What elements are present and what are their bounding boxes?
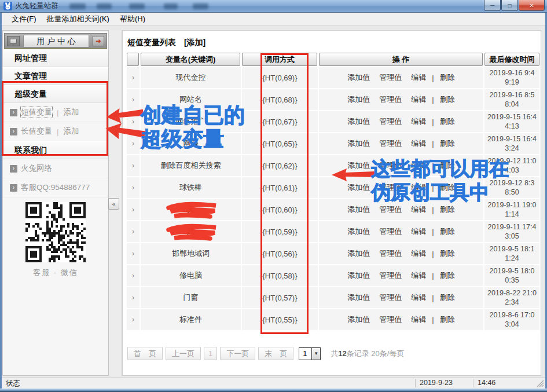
operation-link[interactable]: 添加值: [347, 270, 370, 281]
operation-link[interactable]: 删除: [440, 248, 455, 259]
row-expander-icon[interactable]: ›: [127, 265, 141, 286]
date-line: 1:14: [505, 210, 519, 219]
operations-cell: 添加值管理值编辑|删除: [319, 67, 484, 88]
operation-link[interactable]: 删除: [440, 72, 455, 83]
row-expander-icon[interactable]: ›: [127, 221, 141, 242]
qr-code-block: 客服 - 微信: [3, 202, 108, 278]
collapse-sidebar-icon[interactable]: «: [108, 198, 119, 210]
operation-separator: |: [432, 206, 434, 214]
prev-page-button[interactable]: 上一页: [166, 347, 201, 360]
operation-link[interactable]: 删除: [440, 226, 455, 237]
row-expander-icon[interactable]: ›: [127, 67, 141, 88]
sidebar-splitter[interactable]: «: [109, 30, 122, 376]
pagination-bar: 首 页 上一页 1 下一页 末 页 1 ▼ 共12条记录 20条/每页: [127, 347, 404, 360]
operation-link[interactable]: 编辑: [411, 292, 426, 303]
variable-name-cell: 删除百度相关搜索: [141, 155, 242, 176]
operation-link[interactable]: 编辑: [411, 204, 426, 215]
operation-link[interactable]: 添加值: [347, 292, 370, 303]
annotation-line: 创建自已的: [141, 103, 245, 127]
operation-link[interactable]: 编辑: [411, 116, 426, 127]
operation-link[interactable]: 管理值: [379, 314, 402, 325]
operation-link[interactable]: 管理值: [379, 226, 402, 237]
statusbar-date: 2019-9-23: [420, 379, 453, 387]
operation-link[interactable]: 编辑: [411, 94, 426, 105]
column-header[interactable]: 操 作: [319, 53, 483, 66]
menu-item[interactable]: 批量添加相关词(K): [42, 13, 115, 25]
row-expander-icon[interactable]: ›: [127, 309, 141, 330]
resize-grip-icon[interactable]: [537, 380, 544, 387]
add-variable-link[interactable]: [添加]: [184, 38, 205, 47]
row-expander-icon[interactable]: ›: [127, 287, 141, 308]
operation-link[interactable]: 添加值: [347, 182, 370, 193]
minimize-button[interactable]: ─: [484, 0, 501, 11]
operation-link[interactable]: 添加值: [347, 314, 370, 325]
operation-link[interactable]: 添加值: [347, 72, 370, 83]
operation-link[interactable]: 添加值: [347, 248, 370, 259]
column-header[interactable]: 最后修改时间: [484, 53, 539, 66]
operations-cell: 添加值管理值编辑|删除: [319, 243, 484, 264]
menu-item[interactable]: 帮助(H): [115, 13, 150, 25]
operation-link[interactable]: 管理值: [379, 270, 402, 281]
row-expander-icon[interactable]: ›: [127, 177, 141, 198]
operation-link[interactable]: 删除: [440, 204, 455, 215]
operation-link[interactable]: 删除: [440, 116, 455, 127]
page-select-dropdown[interactable]: 1 ▼: [299, 347, 321, 360]
maximize-button[interactable]: □: [501, 0, 518, 11]
date-line: 2019-9-5 18:0: [490, 266, 535, 276]
operation-link[interactable]: 添加值: [347, 226, 370, 237]
first-page-button[interactable]: 首 页: [127, 347, 163, 360]
panel-toggle-icon[interactable]: [7, 36, 20, 46]
operation-link[interactable]: 编辑: [411, 270, 426, 281]
operation-link[interactable]: 删除: [440, 292, 455, 303]
operation-separator: |: [432, 118, 434, 126]
operation-link[interactable]: 删除: [440, 94, 455, 105]
operation-link[interactable]: 管理值: [379, 138, 402, 149]
date-line: 1:24: [505, 254, 519, 263]
current-page-button[interactable]: 1: [204, 347, 217, 360]
date-line: 3:24: [505, 144, 519, 153]
column-header[interactable]: 变量名(关键词): [141, 53, 240, 66]
redacted-title-text: [69, 3, 86, 9]
operation-link[interactable]: 管理值: [379, 204, 402, 215]
next-page-button[interactable]: 下一页: [220, 347, 255, 360]
table-row: ›现代金控{HT(0,69)}添加值管理值编辑|删除2019-9-16 9:49…: [127, 67, 539, 89]
window-title: 火兔轻量站群: [15, 1, 58, 11]
operation-link[interactable]: 添加值: [347, 138, 370, 149]
column-header[interactable]: [127, 53, 139, 66]
row-expander-icon[interactable]: ›: [127, 155, 141, 176]
operation-link[interactable]: 删除: [440, 138, 455, 149]
operation-link[interactable]: 添加值: [347, 204, 370, 215]
operation-link[interactable]: 编辑: [411, 138, 426, 149]
sidebar-section-header[interactable]: 网址管理: [3, 49, 108, 67]
menu-item[interactable]: 文件(F): [6, 13, 42, 25]
close-button[interactable]: ✕: [519, 0, 545, 11]
operation-link[interactable]: 编辑: [411, 248, 426, 259]
operation-link[interactable]: 管理值: [379, 248, 402, 259]
operation-link[interactable]: 删除: [440, 314, 455, 325]
row-expander-icon[interactable]: ›: [127, 199, 141, 220]
operation-separator: |: [432, 294, 434, 302]
sidebar-link[interactable]: ›火兔网络: [3, 159, 108, 178]
operation-link[interactable]: 管理值: [379, 292, 402, 303]
last-modified-cell: 2019-9-15 16:44:13: [484, 111, 539, 132]
variable-name-cell: 修电脑: [141, 265, 242, 286]
sidebar-link[interactable]: ›客服QQ:954886777: [3, 178, 108, 197]
user-center-button[interactable]: 用 户 中 心: [23, 35, 89, 47]
operation-link[interactable]: 编辑: [411, 72, 426, 83]
records-count: 12: [338, 349, 346, 358]
operation-link[interactable]: 添加值: [347, 116, 370, 127]
variable-name-cell: 武: [141, 221, 242, 242]
red-scribble-redaction: [163, 223, 221, 241]
operation-link[interactable]: 添加值: [347, 94, 370, 105]
operation-link[interactable]: 管理值: [379, 94, 402, 105]
operation-link[interactable]: 管理值: [379, 116, 402, 127]
go-arrow-icon[interactable]: ➜: [93, 36, 104, 46]
operation-link[interactable]: 管理值: [379, 72, 402, 83]
operation-link[interactable]: 删除: [440, 270, 455, 281]
operation-link[interactable]: 编辑: [411, 314, 426, 325]
operation-link[interactable]: 编辑: [411, 226, 426, 237]
arrow-bullet-icon: ›: [10, 184, 17, 192]
redacted-title-text: [129, 3, 145, 9]
last-page-button[interactable]: 末 页: [258, 347, 293, 360]
row-expander-icon[interactable]: ›: [127, 243, 141, 264]
